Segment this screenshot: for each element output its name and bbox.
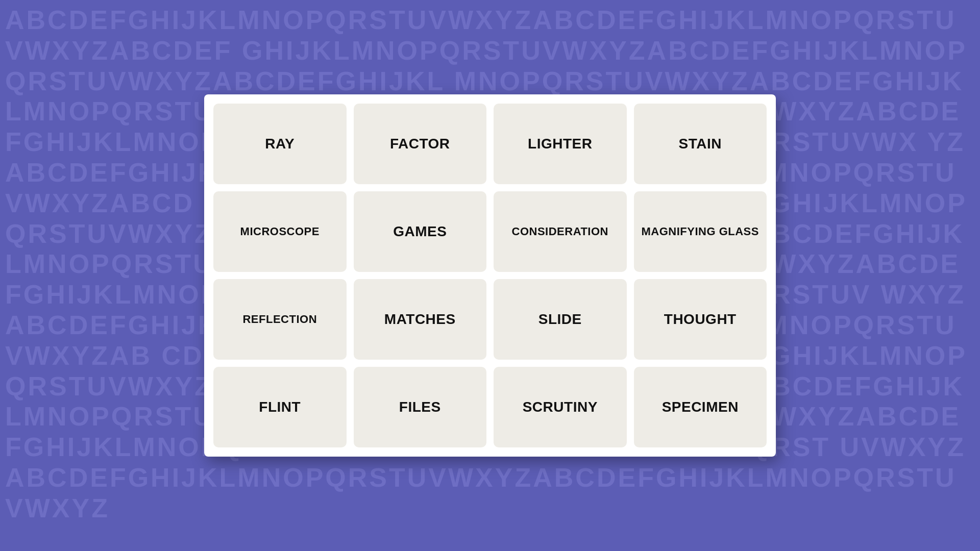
grid-cell-14[interactable]: SCRUTINY (494, 367, 627, 447)
grid-cell-7[interactable]: MAGNIFYING GLASS (634, 191, 767, 272)
cell-label-12: FLINT (259, 398, 301, 416)
grid-cell-13[interactable]: FILES (354, 367, 487, 447)
cell-label-2: LIGHTER (528, 135, 592, 153)
grid-cell-5[interactable]: GAMES (354, 191, 487, 272)
grid-cell-0[interactable]: RAY (213, 104, 347, 184)
grid-cell-3[interactable]: STAIN (634, 104, 767, 184)
cell-label-13: FILES (399, 398, 441, 416)
cell-label-10: SLIDE (538, 311, 582, 328)
cell-label-9: MATCHES (384, 311, 456, 328)
grid-cell-9[interactable]: MATCHES (354, 279, 487, 360)
cell-label-1: FACTOR (390, 135, 450, 153)
cell-label-14: SCRUTINY (523, 398, 598, 416)
cell-label-4: MICROSCOPE (240, 225, 320, 238)
cell-label-3: STAIN (679, 135, 722, 153)
cell-label-15: SPECIMEN (662, 398, 739, 416)
grid-cell-1[interactable]: FACTOR (354, 104, 487, 184)
grid-cell-11[interactable]: THOUGHT (634, 279, 767, 360)
cell-label-0: RAY (265, 135, 295, 153)
grid-cell-15[interactable]: SPECIMEN (634, 367, 767, 447)
word-grid: RAYFACTORLIGHTERSTAINMICROSCOPEGAMESCONS… (213, 104, 767, 447)
cell-label-5: GAMES (393, 223, 447, 240)
card-container: RAYFACTORLIGHTERSTAINMICROSCOPEGAMESCONS… (204, 94, 776, 457)
cell-label-11: THOUGHT (664, 311, 737, 328)
cell-label-6: CONSIDERATION (512, 225, 608, 238)
grid-cell-4[interactable]: MICROSCOPE (213, 191, 347, 272)
grid-cell-2[interactable]: LIGHTER (494, 104, 627, 184)
grid-cell-12[interactable]: FLINT (213, 367, 347, 447)
cell-label-8: REFLECTION (242, 313, 317, 326)
grid-cell-10[interactable]: SLIDE (494, 279, 627, 360)
cell-label-7: MAGNIFYING GLASS (642, 225, 759, 238)
grid-cell-6[interactable]: CONSIDERATION (494, 191, 627, 272)
grid-cell-8[interactable]: REFLECTION (213, 279, 347, 360)
